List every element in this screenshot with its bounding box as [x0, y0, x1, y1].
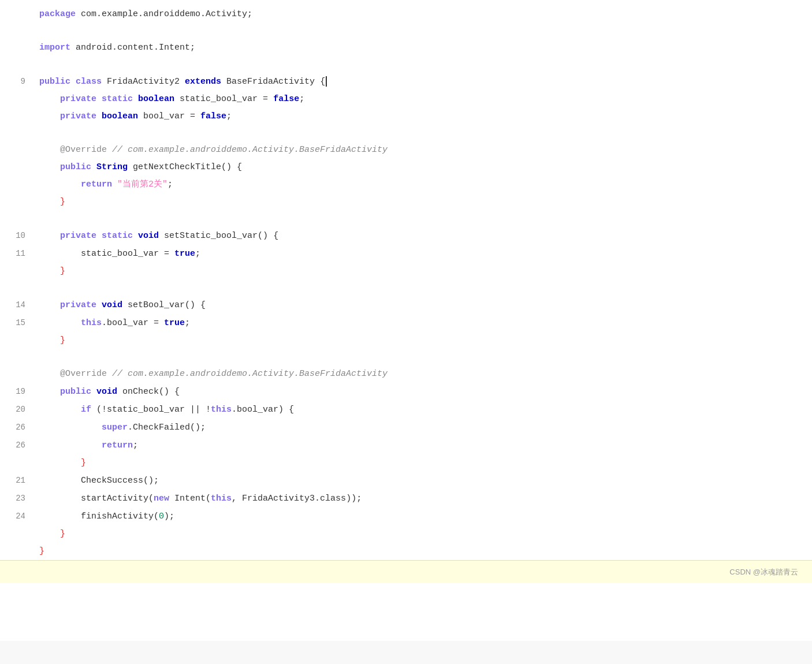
line-number: 24: [0, 508, 35, 524]
line-number: 20: [0, 401, 35, 417]
code-line: 26 return;: [0, 437, 812, 454]
token: [39, 266, 60, 276]
token: [39, 300, 60, 310]
code-line: [0, 349, 812, 365]
code-line: 10 private static void setStatic_bool_va…: [0, 227, 812, 245]
token: false: [273, 94, 299, 104]
code-line: private static boolean static_bool_var =…: [0, 91, 812, 108]
line-content: return "当前第2关";: [35, 177, 812, 193]
code-line: }: [0, 263, 812, 280]
token: return: [102, 441, 133, 450]
token: // com.example.androiddemo.Activity.Base…: [112, 369, 388, 379]
line-content: this.bool_var = true;: [35, 315, 812, 331]
token: }: [60, 266, 65, 276]
token: static: [102, 231, 133, 241]
code-line: [0, 280, 812, 296]
line-content: finishActivity(0);: [35, 509, 812, 525]
token: }: [60, 197, 65, 207]
text-cursor: [326, 76, 327, 87]
code-line: 11 static_bool_var = true;: [0, 245, 812, 263]
token: private: [60, 300, 96, 310]
token: [39, 441, 102, 450]
token: [39, 387, 60, 397]
token: FridaActivity2: [102, 77, 185, 87]
code-line: }: [0, 525, 812, 543]
token: super: [102, 423, 128, 432]
line-content: }: [35, 526, 812, 542]
code-line: 21 CheckSuccess();: [0, 472, 812, 490]
token: , FridaActivity3.class));: [232, 494, 362, 503]
line-content: private static boolean static_bool_var =…: [35, 91, 812, 107]
token: [39, 512, 81, 521]
token: String: [96, 162, 128, 172]
token: }: [60, 335, 65, 345]
token: [133, 231, 138, 241]
token: [96, 231, 102, 241]
token: // com.example.androiddemo.Activity.Base…: [112, 145, 388, 155]
token: [39, 476, 81, 486]
token: void: [138, 231, 159, 241]
token: this: [81, 318, 102, 328]
token: [39, 162, 60, 172]
token: ;: [195, 249, 200, 259]
token: [70, 77, 76, 87]
token: [39, 231, 60, 241]
code-line: 14 private void setBool_var() {: [0, 296, 812, 314]
token: com.example.androiddemo.Activity;: [76, 9, 252, 19]
line-content: }: [35, 194, 812, 210]
token: finishActivity(: [81, 512, 159, 521]
token: [133, 94, 138, 104]
code-line: 24 finishActivity(0);: [0, 508, 812, 525]
token: ;: [167, 180, 173, 189]
token: ;: [133, 441, 138, 450]
token: [107, 369, 112, 379]
token: package: [39, 9, 76, 19]
token: }: [81, 458, 86, 468]
token: CheckSuccess();: [81, 476, 159, 486]
code-line: public String getNextCheckTitle() {: [0, 159, 812, 176]
code-line: [0, 57, 812, 73]
line-content: }: [35, 263, 812, 279]
token: [112, 180, 117, 189]
token: [39, 405, 81, 415]
code-line: 19 public void onCheck() {: [0, 383, 812, 401]
token: setBool_var() {: [122, 300, 206, 310]
line-content: @Override // com.example.androiddemo.Act…: [35, 142, 812, 158]
line-number: 11: [0, 245, 35, 262]
watermark: CSDN @冰魂踏青云: [729, 567, 798, 577]
token: this: [211, 494, 232, 503]
token: [39, 249, 81, 259]
line-number: 23: [0, 490, 35, 506]
token: .bool_var) {: [232, 405, 294, 415]
code-editor: package com.example.androiddemo.Activity…: [0, 0, 812, 641]
token: static_bool_var =: [81, 249, 174, 259]
line-number: 10: [0, 227, 35, 244]
line-content: public class FridaActivity2 extends Base…: [35, 74, 812, 90]
code-line: }: [0, 332, 812, 349]
code-line: 9public class FridaActivity2 extends Bas…: [0, 73, 812, 91]
token: }: [39, 546, 44, 556]
token: .CheckFailed();: [128, 423, 206, 432]
line-content: static_bool_var = true;: [35, 246, 812, 262]
code-line: [0, 211, 812, 227]
token: [96, 94, 102, 104]
token: import: [39, 43, 70, 53]
token: [39, 335, 60, 345]
token: ;: [299, 94, 304, 104]
token: (!static_bool_var || !: [91, 405, 211, 415]
line-number: 19: [0, 383, 35, 400]
code-line: @Override // com.example.androiddemo.Act…: [0, 141, 812, 159]
token: if: [81, 405, 91, 415]
line-number: 26: [0, 419, 35, 435]
token: bool_var =: [138, 111, 200, 121]
token: return: [81, 180, 112, 189]
token: {: [320, 77, 325, 87]
token: [91, 387, 96, 397]
token: boolean: [102, 111, 138, 121]
token: [39, 423, 102, 432]
token: static: [102, 94, 133, 104]
line-content: import android.content.Intent;: [35, 40, 812, 56]
line-number: 9: [0, 73, 35, 89]
token: [39, 111, 60, 121]
line-content: super.CheckFailed();: [35, 420, 812, 436]
